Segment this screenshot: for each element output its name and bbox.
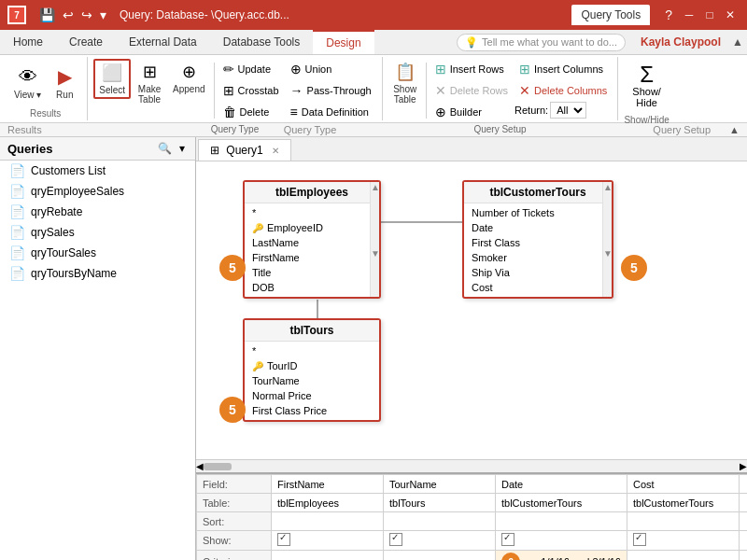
field-firstname-cell[interactable]: FirstName — [272, 475, 384, 494]
criteria-row: Criteria: 6 en 1/1/16 and 3/1/16 — [197, 551, 748, 561]
tab-home[interactable]: Home — [0, 30, 56, 54]
field-firstname: FirstName — [245, 250, 379, 265]
table-cost-table-cell[interactable]: tblCustomerTours — [627, 494, 740, 512]
tab-close-button[interactable]: ✕ — [272, 146, 279, 156]
ribbon: Home Create External Data Database Tools… — [0, 30, 747, 123]
tab-design[interactable]: Design — [313, 30, 374, 54]
pass-through-button[interactable]: →Pass-Through — [286, 80, 376, 101]
criteria-empty-cell[interactable] — [740, 551, 748, 561]
select-button[interactable]: ⬜ Select — [93, 59, 131, 99]
make-table-button[interactable]: ⊞ Make Table — [133, 59, 166, 107]
show-firstname-cell[interactable] — [272, 531, 384, 551]
delete-button[interactable]: 🗑Delete — [218, 102, 284, 122]
crosstab-button[interactable]: ⊞Crosstab — [218, 80, 284, 101]
nav-item-employee-sales[interactable]: 📄 qryEmployeeSales — [0, 181, 195, 202]
sort-date-cell[interactable] — [496, 512, 627, 531]
table-employees-cell[interactable]: tblEmployees — [272, 494, 384, 512]
criteria-firstname-cell[interactable] — [272, 551, 384, 561]
close-button[interactable]: ✕ — [721, 7, 740, 22]
tab-database-tools[interactable]: Database Tools — [210, 30, 314, 54]
scroll-left-btn[interactable]: ◀ — [196, 461, 204, 471]
run-button[interactable]: ▶ Run — [48, 63, 81, 103]
table-tours-cell[interactable]: tblTours — [384, 494, 496, 512]
field-tourname-cell[interactable]: TourName — [384, 475, 496, 494]
sort-tourname-cell[interactable] — [384, 512, 496, 531]
insert-rows-button[interactable]: ⊞Insert Rows — [430, 59, 513, 79]
table-empty-cell[interactable] — [740, 494, 748, 512]
return-select[interactable]: All 5 25 — [550, 102, 586, 119]
query1-tab[interactable]: ⊞ Query1 ✕ — [198, 139, 291, 161]
insert-columns-button[interactable]: ⊞Insert Columns — [514, 59, 612, 79]
undo-button[interactable]: ↩ — [61, 6, 76, 24]
show-date-cell[interactable] — [496, 531, 627, 551]
union-button[interactable]: ⊕Union — [286, 59, 376, 79]
ribbon-minimize-icon[interactable]: ▲ — [728, 35, 747, 49]
builder-button[interactable]: ⊕Builder — [430, 102, 513, 122]
data-definition-button[interactable]: ≡Data Definition — [286, 102, 376, 122]
designer-area[interactable]: tblEmployees * 🔑EmployeeID LastName Firs… — [196, 161, 747, 472]
nav-item-tour-sales[interactable]: 📄 qryTourSales — [0, 243, 195, 263]
nav-item-sales[interactable]: 📄 qrySales — [0, 222, 195, 243]
show-table-button[interactable]: 📋 ShowTable — [388, 59, 422, 107]
show-hide-button[interactable]: Σ Show/Hide — [624, 59, 669, 113]
customize-button[interactable]: ▾ — [98, 6, 108, 24]
table-scroll[interactable]: ▲ ▼ — [370, 182, 379, 297]
show-tourname-cell[interactable] — [384, 531, 496, 551]
minimize-button[interactable]: ─ — [680, 7, 698, 22]
criteria-date-cell[interactable]: 6 en 1/1/16 and 3/1/16 — [496, 551, 627, 561]
nav-item-tours-by-name[interactable]: 📄 qryToursByName — [0, 263, 195, 284]
field-first-class-price: First Class Price — [245, 403, 379, 418]
query-icon: 📄 — [9, 266, 25, 281]
grid-scroll[interactable]: Field: FirstName TourName Date Cost Tabl… — [196, 474, 747, 560]
redo-button[interactable]: ↪ — [79, 6, 94, 24]
section-bar: Results Query Type Query Setup ▲ — [0, 123, 747, 137]
sort-firstname-cell[interactable] — [272, 512, 384, 531]
ribbon-content: 👁 View ▾ ▶ Run Results ⬜ Select ⊞ Make — [0, 55, 747, 122]
field-num-tickets: Number of Tickets — [464, 205, 612, 220]
sort-header: Sort: — [197, 512, 272, 531]
field-empty-cell[interactable] — [740, 475, 748, 494]
panel-search-button[interactable]: 🔍 — [155, 141, 175, 156]
annotation-5a: 5 — [219, 255, 246, 281]
append-button[interactable]: ⊕ Append — [168, 59, 209, 97]
maximize-button[interactable]: □ — [700, 7, 719, 22]
show-empty-cell[interactable] — [740, 531, 748, 551]
nav-item-customers-list[interactable]: 📄 Customers List — [0, 161, 195, 181]
show-tourname-checkbox[interactable] — [389, 533, 402, 546]
sort-empty-cell[interactable] — [740, 512, 748, 531]
field-cost-cell[interactable]: Cost — [627, 475, 740, 494]
designer-hscroll[interactable]: ◀ ▶ — [196, 459, 747, 472]
collapse-ribbon[interactable]: ▲ — [729, 124, 740, 135]
help-button[interactable]: ? — [663, 6, 674, 24]
scroll-right-btn[interactable]: ▶ — [740, 461, 747, 471]
sort-cost-cell[interactable] — [627, 512, 740, 531]
show-cost-checkbox[interactable] — [633, 533, 646, 546]
tab-external-data[interactable]: External Data — [116, 30, 210, 54]
update-button[interactable]: ✏Update — [218, 59, 284, 79]
criteria-cost-cell[interactable] — [627, 551, 740, 561]
view-button[interactable]: 👁 View ▾ — [9, 63, 46, 103]
query-tools-tab: Query Tools — [571, 5, 650, 25]
table-tours-fields: * 🔑TourID TourName Normal Price First Cl… — [245, 342, 379, 420]
tell-me-bar[interactable]: 💡 Tell me what you want to do... — [457, 34, 626, 51]
grid-area: Field: FirstName TourName Date Cost Tabl… — [196, 472, 747, 560]
save-button[interactable]: 💾 — [37, 6, 57, 24]
field-date-cell[interactable]: Date — [496, 475, 627, 494]
show-header: Show: — [197, 531, 272, 551]
show-firstname-checkbox[interactable] — [277, 533, 290, 546]
right-panel: ⊞ Query1 ✕ tblEmployees — [196, 137, 747, 560]
field-tourname: TourName — [245, 373, 379, 388]
field-cost: Cost — [464, 280, 612, 295]
criteria-tourname-cell[interactable] — [384, 551, 496, 561]
nav-item-rebate[interactable]: 📄 qryRebate — [0, 202, 195, 222]
table-customer-tours-cell[interactable]: tblCustomerTours — [496, 494, 627, 512]
field-employeeid: 🔑EmployeeID — [245, 220, 379, 235]
delete-rows-button[interactable]: ✕Delete Rows — [430, 80, 513, 101]
show-date-checkbox[interactable] — [501, 533, 514, 546]
panel-menu-button[interactable]: ▾ — [176, 141, 188, 156]
field-ship-via: Ship Via — [464, 265, 612, 280]
delete-columns-button[interactable]: ✕Delete Columns — [514, 80, 612, 101]
tab-create[interactable]: Create — [56, 30, 116, 54]
show-cost-cell[interactable] — [627, 531, 740, 551]
table-scroll-ct[interactable]: ▲ ▼ — [602, 182, 612, 297]
